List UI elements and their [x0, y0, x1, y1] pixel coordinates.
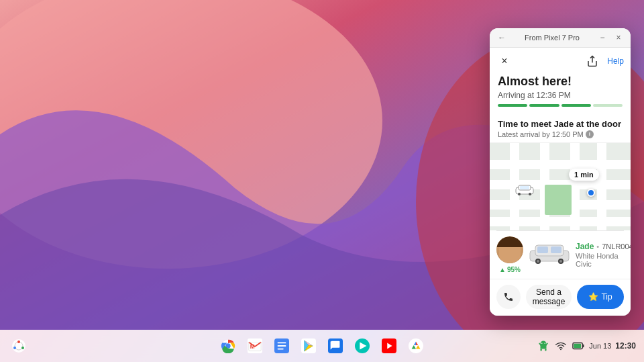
app-close-button[interactable]: ×	[496, 53, 513, 69]
android-icon[interactable]	[537, 339, 550, 353]
progress-bar-2	[529, 104, 559, 107]
date-display: Jun 13	[589, 342, 611, 350]
progress-bars	[498, 104, 623, 107]
map-section[interactable]: 1 min	[490, 143, 631, 230]
car-model: White Honda Civic	[576, 252, 631, 268]
park-area	[545, 185, 572, 215]
destination-marker	[587, 189, 595, 197]
meeting-subtitle: Latest arrival by 12:50 PM i	[498, 130, 623, 138]
meeting-info: Time to meet Jade at the door Latest arr…	[490, 116, 631, 143]
window-title: From Pixel 7 Pro	[507, 34, 597, 42]
progress-bar-3	[561, 104, 591, 107]
svg-point-42	[541, 343, 543, 345]
driver-rating: ▲ 95%	[499, 266, 521, 273]
svg-point-43	[545, 343, 546, 345]
svg-rect-8	[520, 186, 529, 189]
google-play-icon[interactable]	[352, 335, 373, 357]
progress-bar-4	[593, 104, 623, 107]
svg-rect-30	[278, 349, 284, 350]
time-bubble: 1 min	[569, 169, 599, 181]
status-section: Almost here! Arriving at 12:36 PM	[490, 72, 631, 116]
window-back-button[interactable]: ←	[496, 32, 507, 43]
license-plate: 7NLR004	[602, 242, 631, 251]
svg-point-7	[529, 193, 531, 195]
taskbar-center: M	[217, 335, 427, 357]
driver-name-plate: Jade • 7NLR004	[576, 242, 631, 251]
photos-icon[interactable]	[405, 335, 427, 357]
road-v4	[597, 143, 606, 230]
taskbar-left	[8, 335, 30, 357]
help-button[interactable]: Help	[607, 56, 624, 66]
svg-rect-51	[574, 344, 582, 348]
svg-text:M: M	[250, 344, 255, 350]
svg-rect-28	[278, 343, 286, 344]
svg-rect-12	[551, 246, 561, 253]
app-topbar: × Help	[490, 48, 631, 72]
files-icon[interactable]	[271, 335, 292, 357]
messages-icon[interactable]	[325, 335, 346, 357]
svg-point-21	[13, 347, 16, 349]
window-minimize-button[interactable]: −	[597, 32, 608, 43]
app-content: × Help Almost here! Arriving at 12:36 PM	[490, 48, 631, 316]
svg-point-48	[560, 349, 561, 350]
svg-point-6	[518, 193, 521, 195]
svg-point-19	[17, 341, 20, 343]
status-title: Almost here!	[498, 75, 623, 89]
gmail-icon[interactable]: M	[244, 335, 266, 357]
battery-icon[interactable]	[572, 339, 585, 353]
send-message-button[interactable]: Send a message	[526, 285, 572, 309]
call-button[interactable]	[496, 285, 521, 309]
launcher-button[interactable]	[8, 335, 30, 357]
driver-avatar	[496, 236, 523, 263]
driver-car-image	[529, 242, 570, 267]
window-controls: − ×	[597, 32, 624, 43]
window-close-button[interactable]: ×	[613, 32, 624, 43]
info-icon: i	[586, 130, 594, 138]
svg-rect-46	[541, 349, 542, 351]
progress-bar-1	[498, 104, 527, 107]
svg-rect-47	[545, 349, 547, 351]
time-display: 12:30	[615, 341, 636, 351]
driver-section: ▲ 95% Jade	[490, 231, 631, 279]
svg-point-14	[537, 260, 539, 263]
app-actions: Help	[584, 53, 624, 69]
wifi-icon[interactable]	[554, 339, 568, 353]
play-store-icon[interactable]	[298, 335, 319, 357]
driver-name: Jade	[576, 242, 594, 251]
tip-button[interactable]: ⭐ Tip	[577, 285, 624, 309]
phone-window: ← From Pixel 7 Pro − × × Help	[490, 28, 631, 316]
svg-rect-29	[278, 345, 286, 347]
driver-info: Jade • 7NLR004 White Honda Civic	[576, 242, 631, 268]
svg-point-20	[21, 347, 24, 349]
car-marker	[515, 185, 534, 198]
youtube-icon[interactable]	[378, 335, 400, 357]
meeting-title: Time to meet Jade at the door	[498, 119, 623, 129]
svg-rect-11	[537, 246, 548, 253]
svg-point-16	[559, 260, 562, 263]
chrome-icon[interactable]	[217, 335, 239, 357]
tip-icon: ⭐	[588, 292, 598, 302]
window-titlebar: ← From Pixel 7 Pro − ×	[490, 28, 631, 48]
share-button[interactable]	[584, 53, 600, 69]
arriving-time: Arriving at 12:36 PM	[498, 91, 623, 100]
taskbar: M	[0, 330, 644, 362]
action-buttons: Send a message ⭐ Tip	[490, 279, 631, 316]
svg-rect-41	[409, 338, 423, 353]
driver-avatar-container: ▲ 95%	[496, 236, 523, 273]
road-v3	[570, 143, 580, 230]
system-tray: Jun 13 12:30	[537, 339, 636, 353]
svg-rect-50	[583, 345, 584, 348]
